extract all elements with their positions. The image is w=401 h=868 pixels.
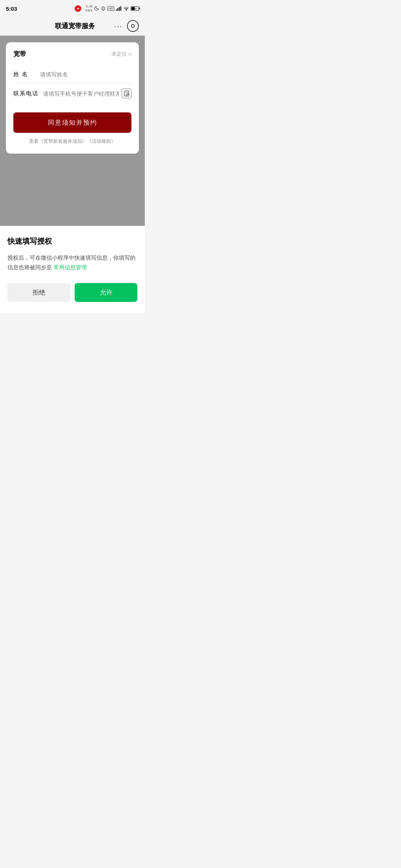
location-label: 未定位	[111, 51, 127, 57]
phone-scan-button[interactable]	[122, 89, 131, 98]
reject-button[interactable]: 拒绝	[7, 283, 70, 302]
bottom-sheet: 快速填写授权 授权后，可在微信小程序中快速填写信息，你填写的信息也将被同步至 常…	[0, 226, 145, 313]
app-header: 联通宽带服务 ···	[0, 16, 145, 36]
battery-icon: 48	[131, 6, 139, 11]
page-title: 联通宽带服务	[36, 22, 114, 30]
svg-rect-7	[116, 9, 117, 11]
network-speed: 5.38 KB/s	[85, 4, 92, 13]
svg-rect-8	[117, 8, 118, 11]
phone-scan-icon	[124, 91, 129, 96]
status-icons: ♥ · 5.38 KB/s HD	[75, 4, 139, 13]
name-label: 姓 名	[13, 71, 36, 78]
svg-point-13	[126, 95, 127, 96]
phone-label: 联系电话	[13, 90, 39, 97]
svg-point-15	[127, 93, 128, 95]
svg-rect-10	[120, 6, 121, 11]
status-time: 5:03	[6, 6, 17, 12]
sheet-buttons: 拒绝 允许	[7, 283, 137, 302]
name-row: 姓 名	[13, 66, 131, 83]
battery-level: 48	[131, 7, 139, 10]
phone-row: 联系电话	[13, 83, 131, 103]
scan-button[interactable]	[127, 20, 139, 32]
name-input[interactable]	[40, 71, 131, 78]
chevron-down-icon	[128, 51, 132, 55]
signal-icon	[116, 6, 122, 11]
sheet-link[interactable]: 常用信息管理	[53, 264, 87, 270]
more-menu-button[interactable]: ···	[114, 22, 123, 30]
card-title: 宽带	[13, 50, 26, 58]
hd-badge: HD	[107, 6, 114, 11]
moon-icon	[94, 6, 99, 11]
phone-input[interactable]	[43, 91, 119, 97]
allow-button[interactable]: 允许	[75, 283, 137, 302]
sheet-title: 快速填写授权	[7, 236, 137, 246]
svg-point-11	[126, 10, 127, 11]
status-bar: 5:03 ♥ · 5.38 KB/s HD	[0, 0, 145, 16]
submit-button[interactable]: 同意须知并预约	[13, 112, 131, 133]
vibrate-icon	[101, 6, 106, 11]
dimmed-overlay: 宽带 未定位 姓 名 联系电话	[0, 36, 145, 226]
sheet-description: 授权后，可在微信小程序中快速填写信息，你填写的信息也将被同步至 常用信息管理	[7, 253, 137, 272]
dot-separator: ·	[83, 7, 84, 10]
svg-rect-0	[102, 7, 104, 10]
terms-link[interactable]: 查看《宽带新装服务须知》《活动规则》	[29, 138, 116, 144]
authorization-sheet: 快速填写授权 授权后，可在微信小程序中快速填写信息，你填写的信息也将被同步至 常…	[0, 226, 145, 313]
card-footer: 查看《宽带新装服务须知》《活动规则》	[13, 138, 131, 145]
svg-rect-9	[119, 7, 120, 11]
header-actions: ···	[114, 20, 139, 32]
location-selector[interactable]: 未定位	[111, 51, 131, 57]
wifi-icon	[123, 6, 129, 11]
form-card: 宽带 未定位 姓 名 联系电话	[6, 42, 139, 154]
heart-icon: ♥	[75, 5, 81, 12]
card-header: 宽带 未定位	[13, 50, 131, 58]
scan-icon	[131, 24, 135, 28]
